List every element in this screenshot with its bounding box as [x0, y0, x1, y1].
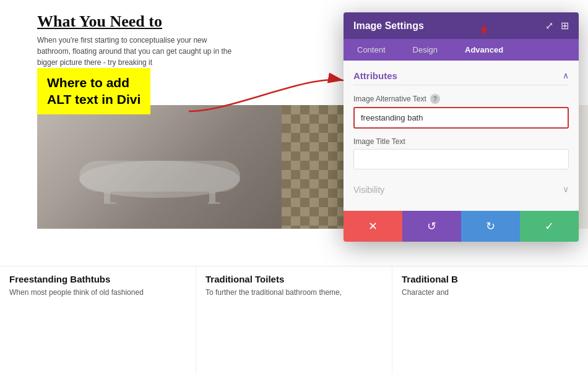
- confirm-button[interactable]: ✓: [520, 211, 579, 242]
- title-text-field-group: Image Title Text: [353, 137, 569, 169]
- svg-rect-3: [209, 192, 215, 203]
- alt-text-field-group: Image Alternative Text ?: [353, 94, 569, 129]
- card-text-3: Character and: [402, 287, 579, 298]
- alt-text-help-icon[interactable]: ?: [430, 94, 440, 104]
- page-title: What You Need to: [37, 12, 241, 31]
- modal-header: Image Settings ⤢ ⊞: [344, 12, 579, 39]
- tab-advanced[interactable]: Advanced: [451, 39, 517, 61]
- card-freestanding: Freestanding Bathtubs When most people t…: [0, 266, 196, 374]
- modal-tabs: Content Design Advanced: [344, 39, 579, 61]
- card-title-3: Traditional B: [402, 274, 579, 284]
- alt-text-input[interactable]: [353, 107, 569, 129]
- callout-text: Where to addALT text in Divi: [47, 74, 141, 108]
- attributes-section-header: Attributes ∧: [353, 70, 569, 85]
- tab-content[interactable]: Content: [344, 39, 399, 61]
- card-toilets: Traditional Toilets To further the tradi…: [196, 266, 392, 374]
- visibility-label: Visibility: [353, 185, 384, 195]
- card-traditional: Traditional B Character and: [392, 266, 588, 374]
- card-title-2: Traditional Toilets: [205, 274, 383, 284]
- svg-rect-5: [208, 202, 220, 204]
- svg-rect-2: [104, 192, 110, 203]
- redo-button[interactable]: ↻: [461, 211, 520, 242]
- tab-arrow-indicator: [475, 25, 493, 39]
- undo-button[interactable]: ↺: [402, 211, 461, 242]
- modal-body: Attributes ∧ Image Alternative Text ? Im…: [344, 61, 579, 211]
- expand-icon[interactable]: ⤢: [545, 20, 553, 32]
- modal-footer: ✕ ↺ ↻ ✓: [344, 211, 579, 242]
- image-settings-modal: Image Settings ⤢ ⊞ Content Design Advanc…: [344, 12, 579, 242]
- svg-rect-1: [79, 161, 240, 192]
- card-title-1: Freestanding Bathtubs: [9, 274, 186, 284]
- yellow-callout: Where to addALT text in Divi: [37, 68, 150, 114]
- svg-rect-4: [104, 202, 116, 204]
- tab-design[interactable]: Design: [399, 39, 451, 61]
- page-heading-area: What You Need to When you're first start…: [37, 12, 241, 68]
- bottom-cards-row: Freestanding Bathtubs When most people t…: [0, 266, 588, 374]
- cancel-button[interactable]: ✕: [344, 211, 402, 242]
- attributes-title: Attributes: [353, 70, 397, 81]
- alt-text-label: Image Alternative Text ?: [353, 94, 569, 104]
- card-text-2: To further the traditional bathroom them…: [205, 287, 383, 298]
- visibility-chevron: ∨: [563, 184, 569, 195]
- visibility-section[interactable]: Visibility ∨: [353, 178, 569, 201]
- modal-title: Image Settings: [353, 20, 424, 32]
- page-paragraph: When you're first starting to conceptual…: [37, 35, 241, 68]
- modal-header-icons: ⤢ ⊞: [545, 20, 569, 32]
- title-text-input[interactable]: [353, 149, 569, 169]
- title-text-label: Image Title Text: [353, 137, 569, 146]
- bath-image: [37, 105, 282, 229]
- card-text-1: When most people think of old fashioned: [9, 287, 186, 298]
- layout-icon[interactable]: ⊞: [561, 20, 569, 32]
- attributes-chevron[interactable]: ∧: [563, 70, 569, 81]
